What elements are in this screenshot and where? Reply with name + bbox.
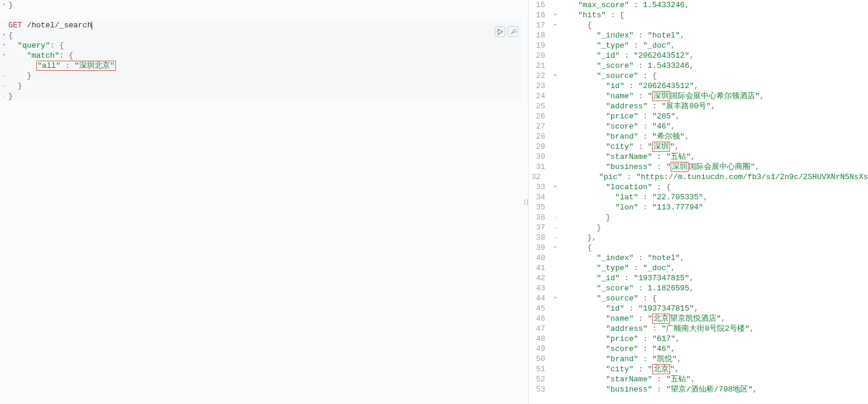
code-content: }, bbox=[559, 233, 868, 243]
response-line[interactable]: 30 "starName" : "五钻", bbox=[529, 152, 868, 162]
response-line[interactable]: 31 "business" : "深圳国际会展中心商圈", bbox=[529, 162, 868, 172]
response-line[interactable]: 15 "max_score" : 1.5433246, bbox=[529, 0, 868, 10]
fold-gutter[interactable]: ▾ bbox=[0, 51, 8, 61]
fold-gutter[interactable]: ▾ bbox=[0, 0, 8, 10]
line-number: 21 bbox=[529, 61, 551, 71]
code-content: "_source" : { bbox=[559, 293, 868, 303]
code-content: "_type" : "_doc", bbox=[559, 263, 868, 273]
line-number: 34 bbox=[529, 192, 551, 202]
fold-gutter[interactable]: ▾ bbox=[551, 182, 559, 192]
response-line[interactable]: 41 "_type" : "_doc", bbox=[529, 263, 868, 273]
code-content: "brand" : "凯悦", bbox=[559, 354, 868, 364]
response-line[interactable]: 22▾ "_source" : { bbox=[529, 71, 868, 81]
fold-gutter[interactable]: - bbox=[551, 233, 559, 243]
response-line[interactable]: 26 "price" : "285", bbox=[529, 111, 868, 121]
line-number: 46 bbox=[529, 314, 551, 324]
response-line[interactable]: 53 "business" : "望京/酒仙桥/798地区", bbox=[529, 384, 868, 394]
response-line[interactable]: 43 "_score" : 1.1826595, bbox=[529, 283, 868, 293]
fold-gutter[interactable]: ▾ bbox=[551, 243, 559, 253]
code-content: } bbox=[559, 212, 868, 223]
pane-divider[interactable]: || bbox=[523, 0, 528, 404]
response-line[interactable]: 19 "_type" : "_doc", bbox=[529, 40, 868, 51]
request-editor-pane[interactable]: ▾ } GET /hotel/_search ▾ { ▾ "query": { … bbox=[0, 0, 523, 404]
response-line[interactable]: 29 "city" : "深圳", bbox=[529, 142, 868, 152]
code-content: "id" : "2062643512", bbox=[559, 81, 868, 91]
response-line[interactable]: 44▾ "_source" : { bbox=[529, 293, 868, 303]
response-line[interactable]: 38- }, bbox=[529, 233, 868, 243]
response-line[interactable]: 36- } bbox=[529, 212, 868, 223]
code-content: "lat" : "22.705335", bbox=[559, 192, 868, 202]
fold-gutter[interactable]: - bbox=[0, 81, 8, 91]
request-line[interactable]: GET /hotel/_search bbox=[8, 20, 523, 30]
response-line[interactable]: 21 "_score" : 1.5433246, bbox=[529, 61, 868, 71]
response-line[interactable]: 39▾ { bbox=[529, 243, 868, 253]
code-line[interactable]: { bbox=[8, 30, 523, 40]
wrench-button[interactable] bbox=[508, 26, 518, 37]
response-line[interactable]: 34 "lat" : "22.705335", bbox=[529, 192, 868, 202]
fold-gutter[interactable]: - bbox=[0, 91, 8, 101]
code-content: "_index" : "hotel", bbox=[559, 30, 868, 40]
line-number: 37 bbox=[529, 223, 551, 233]
fold-gutter[interactable]: - bbox=[0, 71, 8, 81]
response-line[interactable]: 17▾ { bbox=[529, 20, 868, 30]
code-line[interactable]: } bbox=[8, 81, 523, 91]
fold-gutter[interactable]: ▾ bbox=[551, 71, 559, 81]
response-line[interactable]: 40 "_index" : "hotel", bbox=[529, 253, 868, 263]
fold-gutter[interactable]: ▾ bbox=[0, 40, 8, 51]
line-number: 50 bbox=[529, 354, 551, 364]
response-line[interactable]: 18 "_index" : "hotel", bbox=[529, 30, 868, 40]
code-content: { bbox=[559, 20, 868, 30]
response-line[interactable]: 37- } bbox=[529, 223, 868, 233]
response-line[interactable]: 28 "brand" : "希尔顿", bbox=[529, 131, 868, 142]
code-content: "_id" : "2062643512", bbox=[559, 51, 868, 61]
code-content: { bbox=[559, 243, 868, 253]
response-line[interactable]: 33▾ "location" : { bbox=[529, 182, 868, 192]
code-content: "_id" : "1937347815", bbox=[559, 273, 868, 283]
response-line[interactable]: 46 "name" : "北京望京凯悦酒店", bbox=[529, 314, 868, 324]
response-line[interactable]: 42 "_id" : "1937347815", bbox=[529, 273, 868, 283]
line-number: 15 bbox=[529, 0, 551, 10]
response-line[interactable]: 51 "city" : "北京", bbox=[529, 364, 868, 374]
code-line[interactable]: "query": { bbox=[8, 40, 523, 51]
code-content: "business" : "深圳国际会展中心商圈", bbox=[559, 162, 868, 172]
response-line[interactable]: 45 "id" : "1937347815", bbox=[529, 303, 868, 314]
code-content: "starName" : "五钻", bbox=[559, 152, 868, 162]
fold-gutter[interactable]: ▾ bbox=[0, 30, 8, 40]
code-line[interactable]: } bbox=[8, 91, 523, 101]
line-number: 35 bbox=[529, 202, 551, 212]
fold-gutter[interactable]: ▾ bbox=[551, 20, 559, 30]
line-number: 18 bbox=[529, 30, 551, 40]
response-line[interactable]: 35 "lon" : "113.77794" bbox=[529, 202, 868, 212]
code-line[interactable]: "match": { bbox=[8, 51, 523, 61]
code-line[interactable]: } bbox=[8, 71, 523, 81]
code-content: "_score" : 1.1826595, bbox=[559, 283, 868, 293]
response-line[interactable]: 52 "starName" : "五钻", bbox=[529, 374, 868, 384]
highlighted-match: 深圳 bbox=[652, 142, 670, 152]
response-line[interactable]: 23 "id" : "2062643512", bbox=[529, 81, 868, 91]
response-pane[interactable]: 15 "max_score" : 1.5433246,16▾ "hits" : … bbox=[528, 0, 868, 404]
run-query-button[interactable] bbox=[495, 26, 505, 37]
request-actions bbox=[495, 26, 518, 37]
response-line[interactable]: 49 "score" : "46", bbox=[529, 344, 868, 354]
response-line[interactable]: 27 "score" : "46", bbox=[529, 121, 868, 131]
code-line[interactable]: } bbox=[8, 0, 523, 10]
fold-gutter[interactable]: - bbox=[551, 212, 559, 223]
response-line[interactable]: 32 "pic" : "https://m.tuniucdn.com/fb3/s… bbox=[529, 172, 868, 182]
response-line[interactable]: 20 "_id" : "2062643512", bbox=[529, 51, 868, 61]
response-line[interactable]: 47 "address" : "广顺南大街8号院2号楼", bbox=[529, 324, 868, 334]
response-line[interactable]: 24 "name" : "深圳国际会展中心希尔顿酒店", bbox=[529, 91, 868, 101]
code-content: "score" : "46", bbox=[559, 121, 868, 131]
code-content: "id" : "1937347815", bbox=[559, 303, 868, 314]
fold-gutter[interactable]: - bbox=[551, 223, 559, 233]
code-content: "brand" : "希尔顿", bbox=[559, 131, 868, 142]
fold-gutter[interactable]: ▾ bbox=[551, 293, 559, 303]
highlighted-match: 北京 bbox=[652, 364, 670, 374]
line-number: 19 bbox=[529, 40, 551, 51]
code-line[interactable]: "all" : "深圳北京" bbox=[8, 61, 523, 71]
response-line[interactable]: 16▾ "hits" : [ bbox=[529, 10, 868, 20]
fold-gutter[interactable]: ▾ bbox=[551, 10, 559, 20]
code-content: "address" : "广顺南大街8号院2号楼", bbox=[559, 324, 868, 334]
response-line[interactable]: 25 "address" : "展丰路80号", bbox=[529, 101, 868, 111]
response-line[interactable]: 50 "brand" : "凯悦", bbox=[529, 354, 868, 364]
response-line[interactable]: 48 "price" : "617", bbox=[529, 334, 868, 344]
